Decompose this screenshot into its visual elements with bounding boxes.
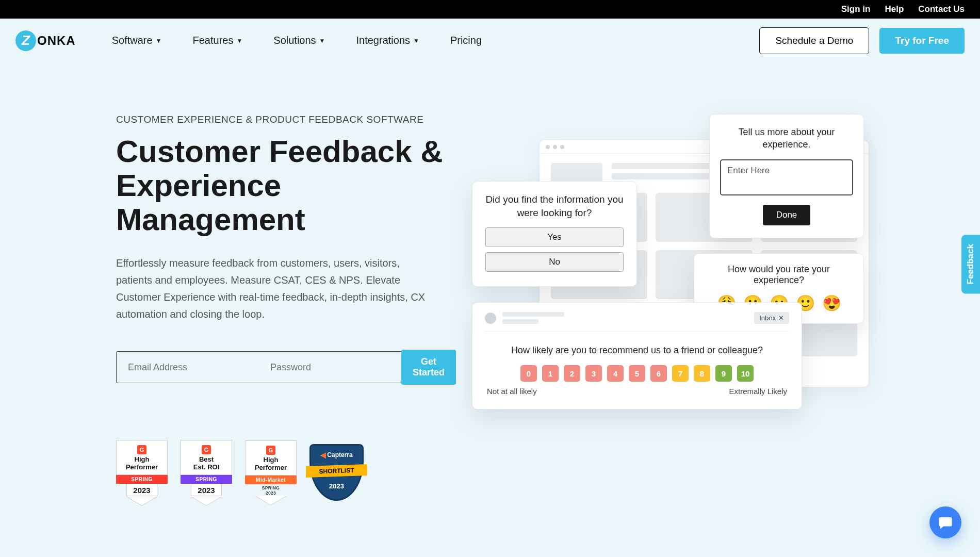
chevron-down-icon: ▼ [236, 37, 242, 44]
badge-label: High Performer [248, 456, 294, 472]
chevron-down-icon: ▼ [413, 37, 419, 44]
done-button[interactable]: Done [763, 205, 811, 225]
nps-cell-4[interactable]: 4 [607, 365, 624, 382]
popup-question: Did you find the information you were lo… [485, 193, 624, 219]
nav-label: Software [112, 35, 153, 46]
nav-features[interactable]: Features▼ [193, 35, 243, 46]
popup-yesno: Did you find the information you were lo… [472, 181, 637, 287]
close-icon: ✕ [778, 314, 784, 322]
popup-text-feedback: Tell us more about your experience. Ente… [709, 114, 864, 238]
badge-tail-icon [191, 496, 222, 505]
badge-g2-best-roi: G Best Est. ROI SPRING 2023 [181, 440, 232, 505]
hero-description: Effortlessly measure feedback from custo… [116, 255, 438, 323]
logo-mark-icon: Z [15, 30, 36, 51]
divider [485, 331, 789, 332]
placeholder-line [502, 312, 564, 317]
hero-overline: CUSTOMER EXPERIENCE & PRODUCT FEEDBACK S… [116, 114, 451, 125]
feedback-side-tab[interactable]: Feedback [961, 235, 980, 293]
feedback-textarea[interactable]: Enter Here [720, 159, 853, 195]
popup-question: Tell us more about your experience. [720, 126, 853, 151]
logo[interactable]: Z ONKA [15, 30, 76, 51]
nav-software[interactable]: Software▼ [112, 35, 162, 46]
header-actions: Schedule a Demo Try for Free [759, 27, 965, 54]
popup-nps: Inbox✕ How likely are you to recommend u… [472, 302, 802, 409]
nav: Software▼ Features▼ Solutions▼ Integrati… [112, 35, 482, 46]
nav-label: Features [193, 35, 234, 46]
option-yes[interactable]: Yes [485, 227, 624, 247]
capterra-text: Capterra [327, 451, 352, 458]
badge-ribbon: SPRING [116, 475, 168, 484]
hero-section: Z ONKA Software▼ Features▼ Solutions▼ In… [0, 19, 980, 557]
chevron-down-icon: ▼ [156, 37, 162, 44]
option-no[interactable]: No [485, 252, 624, 272]
badge-ribbon: Mid-Market [245, 476, 297, 484]
schedule-demo-button[interactable]: Schedule a Demo [759, 27, 869, 54]
nps-scale: 012345678910 [485, 365, 789, 382]
logo-text: ONKA [37, 34, 76, 48]
nps-low-label: Not at all likely [487, 387, 537, 396]
award-badges: G High Performer SPRING 2023 G Best Est.… [116, 440, 451, 505]
hero: CUSTOMER EXPERIENCE & PRODUCT FEEDBACK S… [0, 62, 980, 505]
nps-cell-1[interactable]: 1 [542, 365, 559, 382]
g2-icon: G [137, 445, 146, 454]
capterra-year: 2023 [329, 482, 344, 490]
help-link[interactable]: Help [885, 4, 904, 14]
badge-year: 2023 [191, 484, 222, 496]
hero-illustration: Did you find the information you were lo… [472, 114, 869, 444]
signup-form: Get Started [116, 351, 446, 383]
nps-cell-6[interactable]: 6 [650, 365, 667, 382]
badge-capterra: ◀Capterra SHORTLIST 2023 [309, 444, 366, 501]
nps-cell-7[interactable]: 7 [672, 365, 689, 382]
badge-ribbon: SPRING [181, 475, 232, 484]
nav-solutions[interactable]: Solutions▼ [273, 35, 325, 46]
g2-icon: G [266, 446, 275, 455]
avatar-icon [485, 313, 496, 324]
nps-cell-3[interactable]: 3 [585, 365, 602, 382]
nps-cell-5[interactable]: 5 [629, 365, 645, 382]
try-free-button[interactable]: Try for Free [879, 28, 965, 54]
inbox-label: Inbox [759, 314, 776, 322]
nav-label: Integrations [356, 35, 411, 46]
nav-label: Pricing [450, 35, 482, 46]
header: Z ONKA Software▼ Features▼ Solutions▼ In… [0, 19, 980, 62]
window-dot-icon [560, 145, 564, 149]
nps-cell-8[interactable]: 8 [694, 365, 710, 382]
capterra-logo-icon: ◀Capterra [320, 451, 352, 459]
emoji-option[interactable]: 😍 [822, 294, 841, 312]
nav-label: Solutions [273, 35, 316, 46]
popup-question: How would you rate your experience? [705, 264, 853, 286]
chevron-down-icon: ▼ [319, 37, 325, 44]
badge-label: High Performer [119, 456, 165, 471]
nps-cell-0[interactable]: 0 [520, 365, 537, 382]
window-dot-icon [553, 145, 557, 149]
hero-left: CUSTOMER EXPERIENCE & PRODUCT FEEDBACK S… [116, 114, 451, 505]
password-input[interactable] [259, 352, 401, 383]
badge-subtext: SPRING 2023 [245, 485, 297, 496]
signin-link[interactable]: Sign in [841, 4, 871, 14]
badge-g2-high-performer: G High Performer SPRING 2023 [116, 440, 168, 505]
nav-integrations[interactable]: Integrations▼ [356, 35, 419, 46]
inbox-tag[interactable]: Inbox✕ [754, 312, 789, 324]
badge-label: Best Est. ROI [183, 456, 230, 471]
chat-icon [938, 515, 953, 530]
window-dot-icon [546, 145, 550, 149]
email-input[interactable] [117, 352, 259, 383]
hero-title: Customer Feedback & Experience Managemen… [116, 135, 451, 237]
nps-cell-10[interactable]: 10 [737, 365, 754, 382]
topbar: Sign in Help Contact Us [0, 0, 980, 19]
contact-link[interactable]: Contact Us [918, 4, 965, 14]
get-started-button[interactable]: Get Started [401, 350, 456, 385]
badge-g2-midmarket: G High Performer Mid-Market SPRING 2023 [245, 440, 297, 505]
placeholder-line [502, 319, 538, 324]
placeholder-block [551, 163, 602, 183]
badge-year: 2023 [126, 484, 157, 496]
chat-launcher[interactable] [929, 506, 961, 538]
nav-pricing[interactable]: Pricing [450, 35, 482, 46]
nps-cell-2[interactable]: 2 [564, 365, 580, 382]
badge-tail-icon [255, 496, 286, 505]
nps-cell-9[interactable]: 9 [715, 365, 732, 382]
badge-tail-icon [126, 496, 157, 505]
popup-question: How likely are you to recommend us to a … [485, 345, 789, 356]
g2-icon: G [202, 445, 211, 454]
capterra-ribbon: SHORTLIST [306, 464, 367, 478]
